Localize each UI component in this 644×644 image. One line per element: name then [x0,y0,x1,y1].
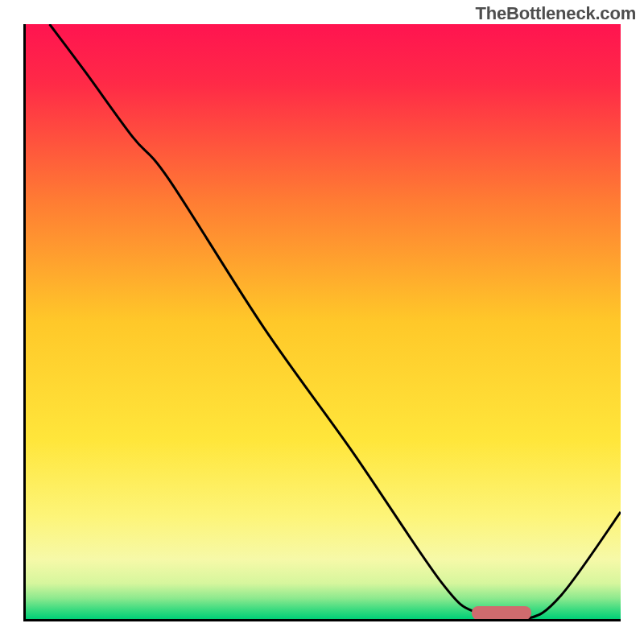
watermark-text: TheBottleneck.com [475,3,636,24]
optimal-range-marker [472,606,531,620]
chart-canvas: TheBottleneck.com [0,0,644,644]
bottleneck-curve [26,24,621,619]
plot-area [23,24,621,621]
